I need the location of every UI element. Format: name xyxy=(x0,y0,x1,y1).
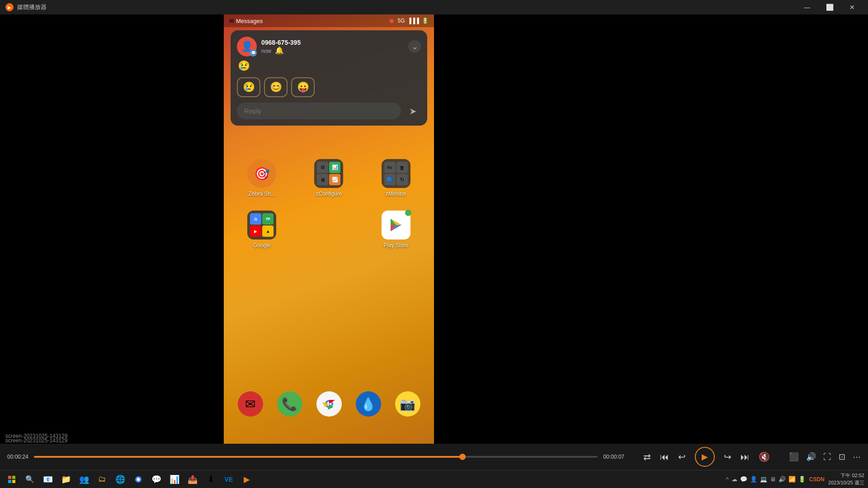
windows-taskbar: 🔍 📧 📁 👥 🗂 🌐 💬 📊 📤 ⬇ VE ▶ ^ ☁ 💬 👤 💻 🖥 xyxy=(0,470,868,488)
taskbar-outlook[interactable]: 📧 xyxy=(40,471,56,488)
status-bar-left: ✉ Messages xyxy=(229,18,263,24)
clock-date: 2023/10/25 週三 xyxy=(828,479,864,486)
record-icon: ⏺ xyxy=(388,17,395,24)
chrome-dock-icon[interactable] xyxy=(316,391,342,417)
zconfigure-sub3: 🖥 xyxy=(317,174,328,185)
shuffle-button[interactable]: ⇄ xyxy=(643,451,651,462)
app4-dock-icon[interactable]: 💧 xyxy=(356,391,381,417)
mute-button[interactable]: 🔇 xyxy=(759,451,770,462)
camera-dock-icon[interactable]: 📷 xyxy=(395,391,420,417)
phone-number: 0968-675-395 xyxy=(261,39,404,46)
emoji-reaction-2[interactable]: 😊 xyxy=(264,77,288,97)
taskbar-app1[interactable]: ⬇ xyxy=(203,471,219,488)
zmonitor-sub2: 🗑 xyxy=(396,162,408,173)
time-elapsed: 00:00:24 xyxy=(7,454,28,460)
tray-icon2[interactable]: 👤 xyxy=(750,476,757,483)
tray-battery[interactable]: 🔋 xyxy=(798,476,806,483)
notification-header: 👤 💬 0968-675-395 now 🔔 ⌄ xyxy=(237,37,421,56)
google-sub3: ▶ xyxy=(250,225,261,237)
next-button[interactable]: ⏭ xyxy=(741,452,750,462)
google-label: Google xyxy=(253,242,271,249)
start-button[interactable] xyxy=(4,471,20,488)
tray-icon4[interactable]: 🖥 xyxy=(770,476,776,483)
reply-input[interactable] xyxy=(237,103,401,119)
zmonitor-sub3: 🔵 xyxy=(384,174,396,185)
phone-screen: ✉ Messages ⏺ 5G ▐▐▐ 🔋 👤 💬 xyxy=(224,14,434,444)
tray-icon3[interactable]: 💻 xyxy=(760,476,767,483)
google-icon-img: G 🗺 ▶ ▲ xyxy=(247,211,276,239)
more-button[interactable]: ⋯ xyxy=(853,452,861,462)
taskbar-files[interactable]: 🗂 xyxy=(94,471,110,488)
svg-rect-9 xyxy=(12,480,15,483)
contact-avatar: 👤 💬 xyxy=(237,37,257,56)
main-window: ▶ 媒體播放器 — ⬜ ✕ ✉ Messages ⏺ 5G ▐▐▐ xyxy=(0,0,868,488)
status-bar-right: ⏺ 5G ▐▐▐ 🔋 xyxy=(388,17,429,24)
left-black-area xyxy=(0,14,224,444)
taskbar-edge[interactable]: 🌐 xyxy=(112,471,128,488)
send-button[interactable]: ➤ xyxy=(405,103,421,119)
taskbar-explorer[interactable]: 📁 xyxy=(58,471,74,488)
message-icon: ✉ xyxy=(229,18,234,24)
taskbar-skype[interactable]: 💬 xyxy=(148,471,165,488)
subtitles-button[interactable]: ⬛ xyxy=(789,452,799,462)
zconfigure-sub4: 📈 xyxy=(329,174,340,185)
chevron-down-icon[interactable]: ⌄ xyxy=(408,40,421,53)
zmonitor-icon-img: Rx 🗑 🔵 ↻ xyxy=(382,159,410,188)
close-button[interactable]: ✕ xyxy=(842,0,863,14)
notification-info: 0968-675-395 now 🔔 xyxy=(261,39,404,55)
search-button[interactable]: 🔍 xyxy=(22,471,38,488)
csdn-label[interactable]: CSDN xyxy=(809,476,825,483)
right-black-area xyxy=(434,14,868,444)
taskbar-ve[interactable]: VE xyxy=(221,471,237,488)
play-pause-button[interactable]: ▶ xyxy=(695,447,715,467)
zebra-app-icon[interactable]: 🎯 Zebra Sh... xyxy=(247,159,276,197)
rewind-button[interactable]: ↩ xyxy=(678,451,686,462)
zconfigure-sub1: ⚙ xyxy=(317,162,328,173)
system-clock[interactable]: 下午 02:52 2023/10/25 週三 xyxy=(828,472,864,486)
taskbar-media[interactable]: ▶ xyxy=(239,471,255,488)
google-app-icon[interactable]: G 🗺 ▶ ▲ Google xyxy=(247,211,276,249)
avatar-badge: 💬 xyxy=(250,49,257,56)
progress-handle[interactable] xyxy=(459,454,466,460)
emoji-reaction-1[interactable]: 😢 xyxy=(237,77,260,97)
window-controls: — ⬜ ✕ xyxy=(797,0,863,14)
notification-card: 👤 💬 0968-675-395 now 🔔 ⌄ 😢 😢 😊 😛 xyxy=(231,30,427,126)
zmonitor-app-icon[interactable]: Rx 🗑 🔵 ↻ zMonitor xyxy=(382,159,410,197)
gmail-dock-icon[interactable]: ✉ xyxy=(238,391,263,417)
progress-bar[interactable] xyxy=(34,456,598,458)
playstore-icon-img xyxy=(382,211,410,239)
android-dock: ✉ 📞 💧 📷 xyxy=(224,391,434,417)
progress-fill xyxy=(34,456,462,458)
taskbar-filezilla[interactable]: 📤 xyxy=(184,471,201,488)
taskbar-teams[interactable]: 👥 xyxy=(76,471,92,488)
empty-slot xyxy=(314,211,343,249)
app-row-2: G 🗺 ▶ ▲ Google xyxy=(228,211,429,249)
fullscreen-button[interactable]: ⛶ xyxy=(823,452,831,462)
filename-display: screen-20231025-143129 xyxy=(5,437,67,444)
tray-network[interactable]: 📶 xyxy=(788,476,796,483)
pip-button[interactable]: ⊡ xyxy=(839,452,845,462)
zmonitor-label: zMonitor xyxy=(386,191,406,197)
title-bar: ▶ 媒體播放器 — ⬜ ✕ xyxy=(0,0,868,14)
prev-button[interactable]: ⏮ xyxy=(660,452,669,462)
tray-cloud[interactable]: ☁ xyxy=(731,476,737,483)
forward-button[interactable]: ↪ xyxy=(724,451,731,462)
time-remaining: 00:00:07 xyxy=(603,454,624,460)
phone-dock-icon[interactable]: 📞 xyxy=(277,391,302,417)
reply-row: ➤ xyxy=(237,103,421,119)
zmonitor-sub1: Rx xyxy=(384,162,396,173)
zconfigure-app-icon[interactable]: ⚙ 📊 🖥 📈 zConfigure xyxy=(314,159,343,197)
volume-button[interactable]: 🔊 xyxy=(806,452,816,462)
signal-text: 5G xyxy=(397,18,405,24)
tray-icon1[interactable]: 💬 xyxy=(740,476,747,483)
playstore-app-icon[interactable]: Play Store xyxy=(382,211,410,249)
tray-icon5[interactable]: 🔊 xyxy=(778,476,786,483)
maximize-button[interactable]: ⬜ xyxy=(819,0,840,14)
tray-up-arrow[interactable]: ^ xyxy=(726,476,729,483)
taskbar-ppt[interactable]: 📊 xyxy=(166,471,183,488)
emoji-reactions: 😢 😊 😛 xyxy=(237,77,421,97)
zconfigure-label: zConfigure xyxy=(316,191,342,197)
minimize-button[interactable]: — xyxy=(797,0,817,14)
emoji-reaction-3[interactable]: 😛 xyxy=(291,77,315,97)
taskbar-chrome[interactable] xyxy=(130,471,146,488)
